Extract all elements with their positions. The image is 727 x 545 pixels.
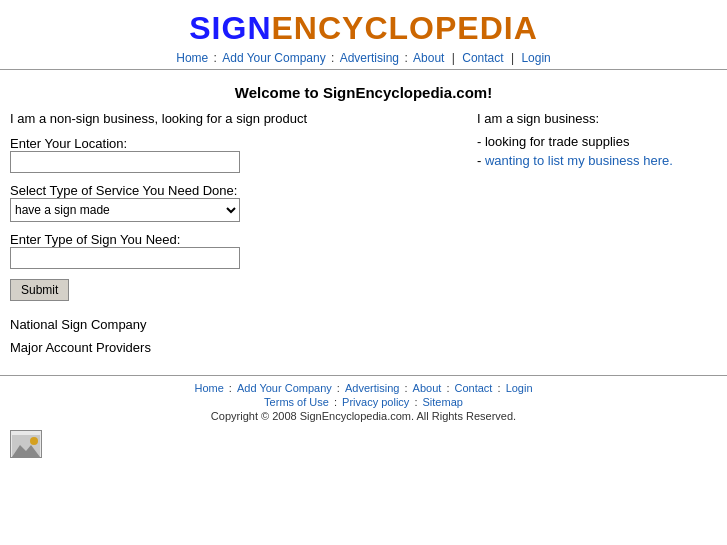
list-dash: - — [477, 153, 485, 168]
submit-group: Submit — [10, 279, 447, 301]
nav-sep-3: : — [404, 51, 411, 65]
major-account-label: Major Account Providers — [10, 340, 447, 355]
nav-about[interactable]: About — [413, 51, 444, 65]
header: SIGNENCYCLOPEDIA Home : Add Your Company… — [0, 0, 727, 70]
footer-nav-add-company[interactable]: Add Your Company — [237, 382, 332, 394]
left-column: I am a non-sign business, looking for a … — [10, 111, 467, 355]
main-content: I am a non-sign business, looking for a … — [0, 111, 727, 355]
location-group: Enter Your Location: — [10, 136, 447, 173]
sign-biz-item-0: - looking for trade supplies — [477, 134, 717, 149]
top-nav: Home : Add Your Company : Advertising : … — [0, 51, 727, 65]
nav-home[interactable]: Home — [176, 51, 208, 65]
footer-nav-advertising[interactable]: Advertising — [345, 382, 399, 394]
footer-image-row — [0, 430, 727, 460]
national-sign-label: National Sign Company — [10, 317, 447, 332]
footer: Home : Add Your Company : Advertising : … — [0, 375, 727, 422]
location-label: Enter Your Location: — [10, 136, 447, 151]
footer-nav-login[interactable]: Login — [506, 382, 533, 394]
footer-nav-about[interactable]: About — [413, 382, 442, 394]
footer-terms[interactable]: Terms of Use — [264, 396, 329, 408]
logo-encyclopedia: ENCYCLOPEDIA — [271, 10, 537, 46]
mountain-image-svg — [12, 435, 40, 457]
logo: SIGNENCYCLOPEDIA — [0, 10, 727, 47]
footer-nav-home[interactable]: Home — [194, 382, 223, 394]
footer-sitemap[interactable]: Sitemap — [423, 396, 463, 408]
nav-advertising[interactable]: Advertising — [340, 51, 399, 65]
sign-type-group: Enter Type of Sign You Need: — [10, 232, 447, 269]
nav-contact[interactable]: Contact — [462, 51, 503, 65]
location-input[interactable] — [10, 151, 240, 173]
service-select[interactable]: have a sign made buy a sign product find… — [10, 198, 240, 222]
service-label: Select Type of Service You Need Done: — [10, 183, 447, 198]
submit-button[interactable]: Submit — [10, 279, 69, 301]
footer-nav-contact[interactable]: Contact — [455, 382, 493, 394]
service-group: Select Type of Service You Need Done: ha… — [10, 183, 447, 222]
footer-privacy[interactable]: Privacy policy — [342, 396, 409, 408]
list-business-link[interactable]: wanting to list my business here. — [485, 153, 673, 168]
nav-sep-1: : — [214, 51, 221, 65]
footer-image-icon — [10, 430, 42, 458]
svg-point-2 — [30, 437, 38, 445]
non-sign-label: I am a non-sign business, looking for a … — [10, 111, 447, 126]
sign-type-label: Enter Type of Sign You Need: — [10, 232, 447, 247]
non-sign-label-group: I am a non-sign business, looking for a … — [10, 111, 447, 126]
right-column: I am a sign business: - looking for trad… — [467, 111, 717, 355]
footer-nav1: Home : Add Your Company : Advertising : … — [0, 382, 727, 394]
trade-supplies-text: - looking for trade supplies — [477, 134, 629, 149]
logo-sign: SIGN — [189, 10, 271, 46]
sign-biz-label: I am a sign business: — [477, 111, 717, 126]
nav-login[interactable]: Login — [521, 51, 550, 65]
copyright-text: Copyright © 2008 SignEncyclopedia.com. A… — [0, 410, 727, 422]
nav-pipe-2: | — [511, 51, 514, 65]
welcome-heading: Welcome to SignEncyclopedia.com! — [0, 84, 727, 101]
footer-nav2: Terms of Use : Privacy policy : Sitemap — [0, 396, 727, 408]
nav-sep-2: : — [331, 51, 338, 65]
nav-add-company[interactable]: Add Your Company — [222, 51, 325, 65]
nav-pipe-1: | — [452, 51, 455, 65]
sign-biz-item-1: - wanting to list my business here. — [477, 153, 717, 168]
sign-type-input[interactable] — [10, 247, 240, 269]
